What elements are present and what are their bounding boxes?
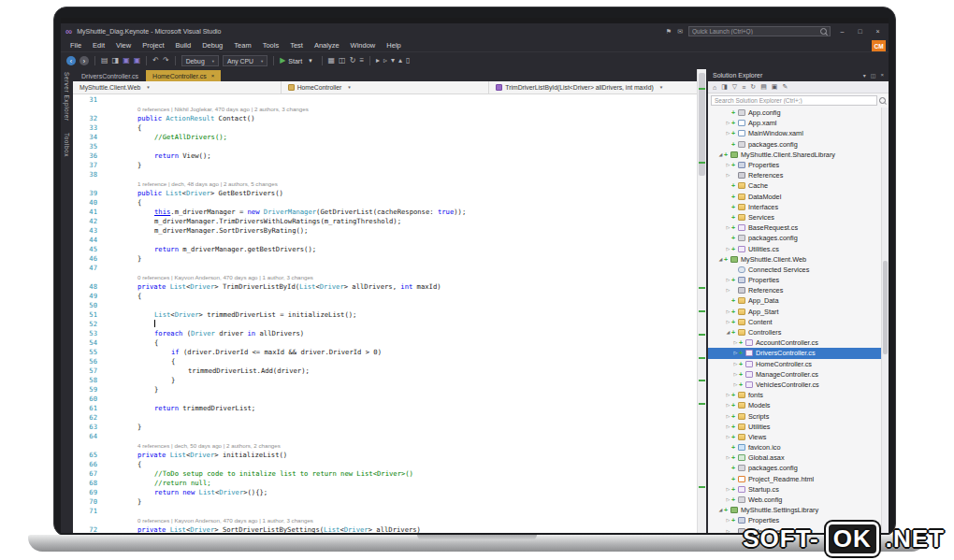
tree-item-models[interactable]: ▷+Models — [708, 400, 889, 410]
line-number[interactable]: 36 — [73, 151, 104, 160]
tree-item-myshuttle-client-sharedlibrary[interactable]: ◢+MyShuttle.Client.SharedLibrary — [708, 150, 889, 160]
code-row[interactable]: 61return trimmedDriverList; — [73, 403, 697, 412]
new-project-icon[interactable]: ▤ — [101, 57, 108, 65]
open-file-icon[interactable]: ◨ — [112, 57, 120, 65]
show-all-files-icon[interactable]: ▣ — [772, 83, 778, 91]
line-number[interactable]: 48 — [73, 282, 104, 291]
expander-icon[interactable]: ▷ — [725, 435, 731, 439]
tree-item-datamodel[interactable]: +DataModel — [708, 192, 889, 202]
notifications-flag-icon[interactable]: ⚑ — [666, 28, 672, 35]
tab-close-icon[interactable]: × — [211, 73, 215, 79]
tree-item-fonts[interactable]: ▷+fonts — [708, 390, 889, 400]
tree-item-references[interactable]: ▷References — [708, 285, 889, 295]
code-row[interactable]: 66{ — [73, 459, 697, 468]
pin-icon[interactable]: ◫ — [871, 72, 876, 79]
tree-item-packages-config[interactable]: +packages.config — [708, 139, 889, 150]
member-dropdown[interactable]: TrimDriverListById(List<Driver> allDrive… — [489, 81, 697, 93]
tree-item-startup-cs[interactable]: ▷+Startup.cs — [708, 484, 889, 495]
code-row[interactable]: 46} — [73, 253, 697, 263]
menu-item-build[interactable]: Build — [170, 41, 197, 50]
server-explorer-tab[interactable]: Server Explorer — [64, 72, 70, 122]
line-number[interactable]: 47 — [73, 264, 104, 272]
quick-launch-box[interactable] — [688, 26, 831, 36]
tree-item-favicon-ico[interactable]: +favicon.ico — [708, 442, 889, 452]
menu-item-test[interactable]: Test — [284, 41, 309, 50]
expander-icon[interactable]: ◢ — [717, 508, 724, 512]
tree-item-driverscontroller-cs[interactable]: ▷+DriversController.cs — [708, 348, 889, 358]
code-row[interactable]: 65private List<Driver> initializeList() — [73, 450, 697, 459]
tree-item-app-data[interactable]: +App_Data — [708, 295, 889, 306]
code-row[interactable]: 31 — [73, 94, 697, 104]
expander-icon[interactable]: ▷ — [725, 393, 731, 397]
expander-icon[interactable]: ▷ — [725, 225, 731, 230]
line-number[interactable]: 35 — [73, 142, 104, 151]
code-row[interactable]: 50 — [73, 300, 697, 309]
quick-launch-input[interactable] — [692, 27, 817, 36]
expander-icon[interactable]: ▷ — [725, 320, 731, 324]
refresh-icon[interactable]: ↻ — [750, 83, 756, 91]
tree-item-managecontroller-cs[interactable]: ▷+ManageController.cs — [708, 369, 889, 380]
expander-icon[interactable]: ▷ — [725, 173, 731, 178]
start-debug-button[interactable]: ▶ Start ▾ — [280, 55, 315, 66]
menu-item-edit[interactable]: Edit — [87, 41, 110, 50]
tree-item-global-asax[interactable]: ▷+Global.asax — [708, 452, 889, 463]
tree-item-views[interactable]: ▷+Views — [708, 432, 889, 442]
line-number[interactable]: 55 — [73, 348, 104, 356]
code-row[interactable]: 69return new List<Driver>(){}; — [73, 487, 697, 496]
line-number[interactable]: 46 — [73, 254, 104, 263]
expander-icon[interactable]: ▷ — [725, 121, 731, 125]
codelens-row[interactable]: 0 references | Kayvon Anderson, 470 days… — [73, 515, 697, 524]
code-row[interactable]: 53foreach (Driver driver in allDrivers) — [73, 328, 697, 337]
line-number[interactable]: 50 — [73, 301, 104, 309]
code-row[interactable]: 32public ActionResult Contact() — [73, 113, 697, 122]
comment-icon[interactable]: ▸ — [376, 57, 380, 65]
code-row[interactable]: 42m_driverManager.TrimDriversWithLowRati… — [73, 216, 697, 225]
expander-icon[interactable]: ▷ — [725, 518, 731, 523]
collapse-all-icon[interactable]: ▤ — [760, 83, 767, 91]
line-number[interactable]: 51 — [73, 310, 104, 319]
line-number[interactable]: 72 — [73, 525, 104, 534]
code-row[interactable]: 35 — [73, 141, 697, 151]
expander-icon[interactable]: ▷ — [725, 278, 731, 282]
close-button[interactable]: × — [872, 28, 884, 35]
expander-icon[interactable]: ◢ — [717, 152, 724, 157]
code-row[interactable]: 70} — [73, 496, 697, 506]
expander-icon[interactable]: ▷ — [725, 163, 731, 167]
code-row[interactable]: 39public List<Driver> GetBestDrivers() — [73, 188, 697, 197]
expander-icon[interactable]: ▷ — [725, 247, 731, 251]
line-number[interactable]: 31 — [73, 95, 104, 104]
tree-item-utilities[interactable]: ▷+Utilities — [708, 422, 889, 432]
code-row[interactable]: 44 — [73, 235, 697, 244]
menu-item-analyze[interactable]: Analyze — [309, 41, 345, 50]
code-row[interactable]: 59} — [73, 384, 697, 394]
tree-item-app-config[interactable]: +App.config — [708, 108, 889, 118]
project-dropdown[interactable]: MyShuttle.Client.Web ▼ — [73, 81, 282, 93]
uncomment-icon[interactable]: ▹ — [383, 57, 387, 65]
tree-item-project-readme-html[interactable]: +Project_Readme.html — [708, 474, 889, 484]
expander-icon[interactable]: ▷ — [725, 487, 731, 492]
line-number[interactable]: 39 — [73, 189, 104, 197]
save-all-icon[interactable]: ▣ — [134, 57, 141, 65]
expander-icon[interactable]: ▷ — [725, 497, 731, 502]
codelens-text[interactable]: 0 references | Kayvon Anderson, 470 days… — [104, 517, 313, 524]
codelens-text[interactable]: 1 reference | dech, 48 days ago | 2 auth… — [104, 180, 278, 187]
solution-explorer-scrollbar[interactable] — [881, 108, 889, 533]
line-number[interactable]: 42 — [73, 217, 104, 225]
line-number[interactable]: 60 — [73, 395, 104, 403]
menu-item-team[interactable]: Team — [228, 41, 256, 50]
minimize-button[interactable]: – — [836, 28, 848, 35]
expander-icon[interactable]: ▷ — [725, 529, 731, 533]
line-number[interactable]: 63 — [73, 423, 104, 431]
line-number[interactable]: 38 — [73, 170, 104, 179]
code-row[interactable]: 41this.m_driverManager = new DriverManag… — [73, 207, 697, 216]
window-position-icon[interactable]: ▾ — [863, 72, 866, 79]
expander-icon[interactable]: ▷ — [732, 351, 739, 355]
code-row[interactable]: 58} — [73, 375, 697, 384]
undo-icon[interactable]: ↶ — [152, 57, 159, 65]
line-number[interactable]: 59 — [73, 385, 104, 394]
line-number[interactable]: 61 — [73, 404, 104, 412]
line-number[interactable]: 53 — [73, 329, 104, 337]
line-number[interactable]: 40 — [73, 198, 104, 207]
line-number[interactable]: 68 — [73, 479, 104, 487]
line-number[interactable]: 45 — [73, 245, 104, 253]
